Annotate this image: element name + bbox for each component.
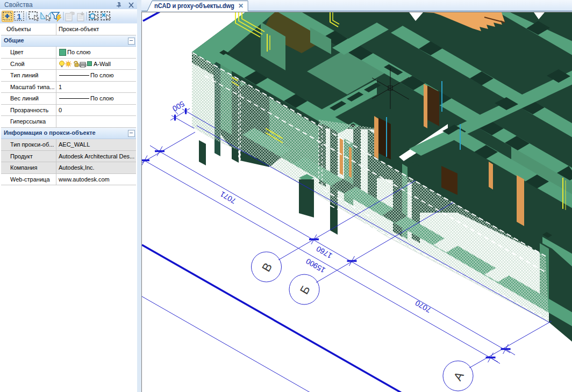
svg-text:Б: Б [297, 283, 313, 296]
svg-text:500: 500 [171, 99, 186, 113]
svg-text:7070: 7070 [413, 299, 432, 315]
svg-text:А: А [451, 369, 467, 383]
svg-text:7071: 7071 [218, 190, 237, 206]
svg-text:В: В [259, 260, 275, 274]
svg-text:1: 1 [17, 12, 21, 21]
svg-text:1760: 1760 [314, 244, 333, 260]
svg-text:15900: 15900 [304, 257, 327, 274]
